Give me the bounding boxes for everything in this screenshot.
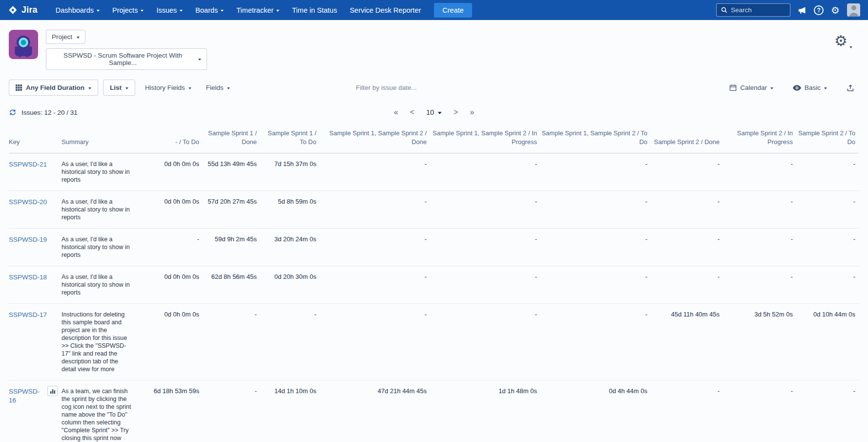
search-icon [721,7,727,13]
column-header-to-do: - / To Do [145,123,203,153]
nav-item-service-desk-reporter[interactable]: Service Desk Reporter [343,0,427,20]
nav-item-projects[interactable]: Projects [106,0,150,20]
eye-icon [793,85,801,91]
view-select[interactable]: List [103,80,135,96]
header-right: ⚙ [834,30,859,48]
brand-text: Jira [21,5,38,15]
column-header-summary: Summary [62,123,145,153]
refresh-icon[interactable] [9,108,17,116]
page-size-select[interactable]: 10 [426,108,442,116]
page-size-value: 10 [426,108,434,116]
fields-select[interactable]: Fields [201,80,235,95]
gear-glyph: ⚙ [831,5,840,15]
column-header-sample-sprint-1-to-do: Sample Sprint 1 / To Do [261,123,320,153]
column-header-sample-sprint-1-sample-sprint-2-in-progress: Sample Sprint 1, Sample Sprint 2 / In Pr… [431,123,541,153]
announcement-icon[interactable] [798,6,806,15]
help-icon[interactable]: ? [814,5,824,15]
nav-item-label: Service Desk Reporter [350,6,421,14]
jira-logo-icon [8,5,18,15]
issues-table: KeySummary- / To DoSample Sprint 1 / Don… [9,123,859,442]
column-header-sample-sprint-1-sample-sprint-2-to-do: Sample Sprint 1, Sample Sprint 2 / To Do [541,123,651,153]
duration-cell: - [651,266,723,304]
duration-cell: 57d 20h 27m 45s [203,191,261,229]
issue-key-link[interactable]: SSPWSD-17 [9,311,47,319]
pagination-prev-button[interactable]: < [410,108,414,116]
duration-cell: - [651,153,723,191]
project-select[interactable]: SSPWSD - Scrum Software Project With Sam… [46,48,207,70]
issue-key-link[interactable]: SSPWSD-19 [9,235,47,244]
issue-key-link[interactable]: SSPWSD-20 [9,198,47,207]
pagination-last-button[interactable]: » [470,108,474,116]
duration-cell: 1d 1h 48m 0s [431,380,541,442]
issue-key-link[interactable]: SSPWSD-18 [9,273,47,282]
toolbar-right: Calendar Basic [724,80,859,96]
column-header-sample-sprint-2-to-do: Sample Sprint 2 / To Do [797,123,859,153]
nav-item-label: Time in Status [292,6,337,14]
chart-icon-button[interactable] [47,386,58,396]
duration-cell: - [320,191,431,229]
duration-cell: 0d 0h 0m 0s [145,191,203,229]
nav-item-timetracker[interactable]: Timetracker [230,0,286,20]
chevron-down-icon [141,10,144,12]
jira-logo[interactable]: Jira [8,5,38,15]
chevron-down-icon [125,87,128,89]
duration-cell: 0d 0h 0m 0s [145,304,203,380]
duration-cell: 7d 15h 37m 0s [261,153,320,191]
status-row: Issues: 12 - 20 / 31 « < 10 > » [0,101,868,123]
help-glyph: ? [814,5,824,15]
issue-summary: Instructions for deleting this sample bo… [62,304,145,380]
issue-summary: As a user, I'd like a historical story t… [62,153,145,191]
nav-search [716,3,790,17]
search-input[interactable] [731,6,785,14]
duration-cell: 3d 5h 52m 0s [723,304,797,380]
project-type-select[interactable]: Project [46,30,85,44]
create-button[interactable]: Create [434,3,472,18]
calendar-select[interactable]: Calendar [724,80,778,95]
pagination-next-button[interactable]: > [454,108,458,116]
duration-cell: - [723,229,797,266]
nav-menu: DashboardsProjectsIssuesBoardsTimetracke… [49,0,427,20]
pagination-first-button[interactable]: « [394,108,398,116]
duration-cell: 45d 11h 40m 45s [651,304,723,380]
duration-cell: - [541,153,651,191]
nav-item-label: Issues [156,6,177,14]
chevron-down-icon [221,10,224,12]
gear-icon[interactable]: ⚙ [831,5,840,15]
duration-cell: - [723,153,797,191]
issue-date-filter-input[interactable] [356,84,512,91]
history-fields-select[interactable]: History Fields [140,80,196,95]
chevron-down-icon [227,87,230,89]
nav-item-label: Timetracker [236,6,273,14]
nav-item-time-in-status[interactable]: Time in Status [286,0,343,20]
field-duration-select[interactable]: Any Field Duration [9,80,98,96]
chevron-down-icon [88,87,91,89]
table-row: SSPWSD-20As a user, I'd like a historica… [9,191,859,229]
duration-cell: - [431,153,541,191]
duration-cell: - [651,380,723,442]
duration-cell: - [797,191,859,229]
duration-cell: 62d 8h 56m 45s [203,266,261,304]
export-icon[interactable] [842,80,859,96]
user-avatar[interactable] [847,3,860,17]
project-header: Project SSPWSD - Scrum Software Project … [0,20,868,76]
pagination: « < 10 > » [394,108,475,116]
duration-cell: 0d 4h 44m 0s [541,380,651,442]
field-duration-label: Any Field Duration [26,84,84,91]
grid-icon [16,84,22,91]
duration-cell: - [431,191,541,229]
duration-cell: - [651,229,723,266]
duration-cell: 6d 18h 53m 59s [145,380,203,442]
column-header-sample-sprint-2-done: Sample Sprint 2 / Done [651,123,723,153]
column-header-sample-sprint-1-done: Sample Sprint 1 / Done [203,123,261,153]
duration-cell: - [203,304,261,380]
chevron-down-icon [824,87,827,89]
chevron-down-icon [77,37,80,39]
nav-item-dashboards[interactable]: Dashboards [49,0,106,20]
view-mode-select[interactable]: Basic [788,80,832,95]
nav-item-boards[interactable]: Boards [189,0,230,20]
issue-key-link[interactable]: SSPWSD-16 [9,387,43,404]
duration-cell: 3d 20h 24m 0s [261,229,320,266]
issue-key-link[interactable]: SSPWSD-21 [9,160,47,169]
nav-item-issues[interactable]: Issues [150,0,189,20]
report-settings-gear-button[interactable]: ⚙ [834,30,859,48]
